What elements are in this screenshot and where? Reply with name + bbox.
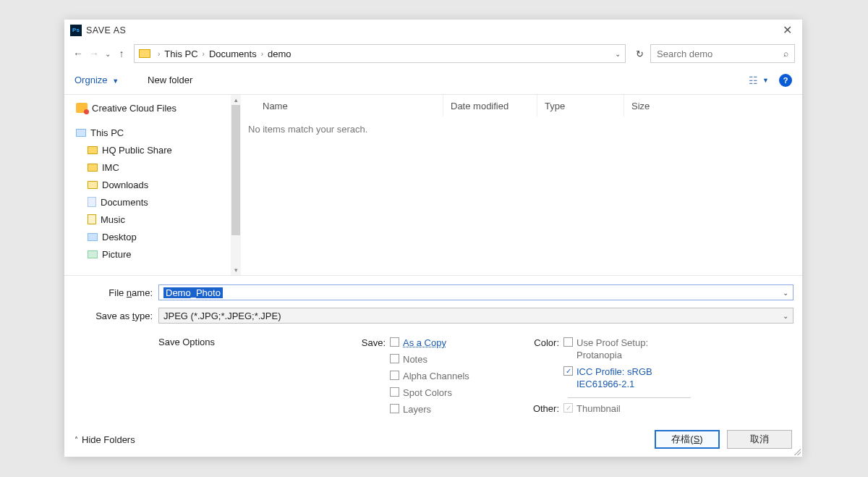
nav-row: ← → ⌄ ↑ › This PC › Documents › demo ⌄ ↻… xyxy=(64,41,802,66)
hide-folders-label: Hide Folders xyxy=(82,434,135,445)
list-view-icon: ☷ xyxy=(749,75,758,86)
downloads-icon xyxy=(88,181,98,189)
breadcrumb-item[interactable]: This PC xyxy=(164,48,197,59)
search-input[interactable] xyxy=(657,48,783,59)
sidebar-item-music[interactable]: Music xyxy=(64,211,241,228)
icc-profile-checkbox[interactable]: ✓ xyxy=(563,366,573,376)
notes-label: Notes xyxy=(403,353,427,366)
sidebar-item-label: Desktop xyxy=(102,232,137,242)
file-name-value: Demo_Photo xyxy=(163,287,223,298)
alpha-label: Alpha Channels xyxy=(403,370,469,382)
divider xyxy=(568,397,691,398)
sidebar-item-label: This PC xyxy=(90,127,124,138)
sidebar-item-documents[interactable]: Documents xyxy=(64,193,241,211)
sidebar: Creative Cloud Files This PC HQ Public S… xyxy=(64,95,241,275)
cancel-button[interactable]: 取消 xyxy=(727,430,792,449)
desktop-icon xyxy=(88,233,98,241)
column-type[interactable]: Type xyxy=(537,95,624,117)
save-type-label: Save as type: xyxy=(73,311,158,321)
save-type-row: Save as type: JPEG (*.JPG;*.JPEG;*.JPE) … xyxy=(73,306,793,325)
file-list: Name Date modified Type Size No items ma… xyxy=(241,95,802,275)
save-as-dialog: Ps SAVE AS ✕ ← → ⌄ ↑ › This PC › Documen… xyxy=(64,20,802,457)
layers-checkbox[interactable] xyxy=(390,404,399,413)
up-button[interactable]: ↑ xyxy=(115,48,128,59)
resize-grip[interactable] xyxy=(792,447,801,455)
save-type-value: JPEG (*.JPG;*.JPEG;*.JPE) xyxy=(163,311,281,321)
search-box[interactable]: ⌕ xyxy=(650,44,795,63)
as-a-copy-checkbox[interactable] xyxy=(390,337,399,347)
close-button[interactable]: ✕ xyxy=(778,23,796,37)
sidebar-item-this-pc[interactable]: This PC xyxy=(64,124,241,141)
chevron-right-icon: › xyxy=(158,50,160,58)
help-button[interactable]: ? xyxy=(779,74,792,87)
fields: File name: Demo_Photo ⌄ Save as type: JP… xyxy=(64,276,802,332)
sidebar-item-label: HQ Public Share xyxy=(102,145,172,156)
other-label: Other: xyxy=(527,402,563,415)
scroll-thumb[interactable] xyxy=(231,105,240,235)
toolbar: Orgnize ▼ New folder ☷ ▼ ? xyxy=(64,66,802,95)
thumbnail-label: Thumbnail xyxy=(576,402,621,415)
chevron-right-icon: › xyxy=(261,50,263,58)
titlebar: Ps SAVE AS ✕ xyxy=(64,20,802,41)
column-name[interactable]: Name xyxy=(241,95,443,117)
breadcrumb-item[interactable]: Documents xyxy=(209,48,257,59)
save-type-select[interactable]: JPEG (*.JPG;*.JPEG;*.JPE) ⌄ xyxy=(158,308,793,324)
spot-checkbox[interactable] xyxy=(390,387,399,397)
sidebar-item-downloads[interactable]: Downloads xyxy=(64,176,241,193)
breadcrumb-item[interactable]: demo xyxy=(268,48,292,59)
sidebar-item-label: Music xyxy=(101,214,125,225)
save-button[interactable]: 存檔(S) xyxy=(655,430,720,449)
sidebar-item-hq-public[interactable]: HQ Public Share xyxy=(64,141,241,159)
notes-checkbox[interactable] xyxy=(390,354,399,363)
sidebar-scrollbar[interactable]: ▴ ▾ xyxy=(231,95,241,275)
column-headers: Name Date modified Type Size xyxy=(241,95,802,117)
caret-down-icon: ▼ xyxy=(762,77,769,84)
breadcrumb[interactable]: › This PC › Documents › demo ⌄ xyxy=(134,44,626,63)
folder-icon xyxy=(88,146,98,154)
organize-menu[interactable]: Orgnize ▼ xyxy=(75,75,119,85)
photoshop-icon: Ps xyxy=(70,25,82,36)
chevron-down-icon[interactable]: ⌄ xyxy=(783,289,788,297)
column-date[interactable]: Date modified xyxy=(443,95,537,117)
sidebar-item-label: Creative Cloud Files xyxy=(92,103,176,114)
sidebar-item-label: Downloads xyxy=(102,180,148,190)
alpha-checkbox[interactable] xyxy=(390,371,399,380)
folder-icon xyxy=(139,49,150,58)
history-dropdown[interactable]: ⌄ xyxy=(105,50,111,58)
pc-icon xyxy=(76,129,86,137)
sidebar-item-label: Picture xyxy=(102,249,131,260)
sidebar-item-label: IMC xyxy=(102,162,119,173)
chevron-up-icon: ˄ xyxy=(75,436,78,444)
forward-button[interactable]: → xyxy=(88,48,101,59)
thumbnail-checkbox[interactable]: ✓ xyxy=(563,403,573,413)
hide-folders-toggle[interactable]: ˄ Hide Folders xyxy=(75,434,135,445)
cloud-icon xyxy=(76,103,88,113)
new-folder-button[interactable]: New folder xyxy=(148,75,192,85)
chevron-down-icon[interactable]: ⌄ xyxy=(783,312,788,320)
use-proof-label: Use Proof Setup: Protanopia xyxy=(576,337,685,361)
scroll-up-icon[interactable]: ▴ xyxy=(231,95,241,105)
sidebar-item-picture[interactable]: Picture xyxy=(64,245,241,263)
chevron-down-icon[interactable]: ⌄ xyxy=(615,50,621,58)
column-size[interactable]: Size xyxy=(624,95,689,117)
folder-icon xyxy=(88,164,98,172)
view-menu[interactable]: ☷ ▼ xyxy=(749,75,769,86)
save-label: Save: xyxy=(354,337,390,349)
file-name-input[interactable]: Demo_Photo ⌄ xyxy=(158,284,793,300)
back-button[interactable]: ← xyxy=(72,48,85,59)
footer: ˄ Hide Folders 存檔(S) 取消 xyxy=(64,422,802,457)
chevron-right-icon: › xyxy=(203,50,205,58)
window-title: SAVE AS xyxy=(86,25,126,35)
refresh-button[interactable]: ↻ xyxy=(631,48,647,59)
sidebar-item-creative-cloud[interactable]: Creative Cloud Files xyxy=(64,99,241,117)
use-proof-checkbox[interactable] xyxy=(563,337,573,347)
sidebar-item-imc[interactable]: IMC xyxy=(64,159,241,176)
icc-profile-label: ICC Profile: sRGB IEC61966-2.1 xyxy=(576,366,685,390)
sidebar-item-desktop[interactable]: Desktop xyxy=(64,228,241,245)
caret-down-icon: ▼ xyxy=(112,77,119,85)
spot-label: Spot Colors xyxy=(403,387,452,399)
scroll-down-icon[interactable]: ▾ xyxy=(231,265,241,275)
picture-icon xyxy=(88,250,98,258)
layers-label: Layers xyxy=(403,403,431,415)
search-icon: ⌕ xyxy=(783,48,788,59)
